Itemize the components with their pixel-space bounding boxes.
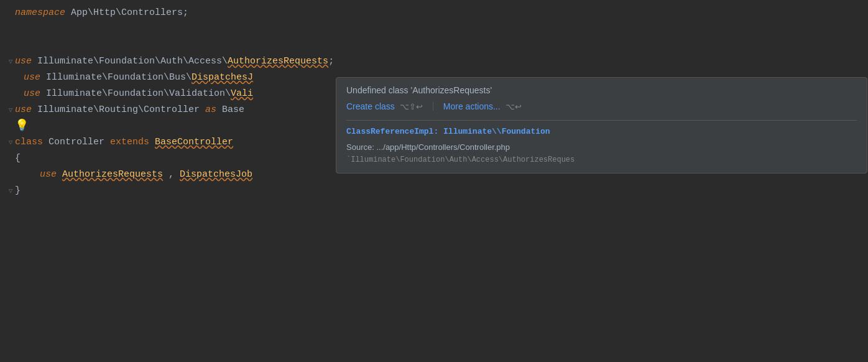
keyword-use-3: use (24, 88, 40, 99)
actions-separator (433, 102, 433, 111)
namespace-path: App\Http\Controllers; (71, 7, 188, 18)
create-class-link[interactable]: Create class (346, 101, 395, 111)
trait-dispatches: DispatchesJob (180, 169, 252, 180)
keyword-namespace: namespace (15, 7, 65, 18)
source-label: Source: (346, 142, 374, 152)
use-path-1: Illuminate\Foundation\Auth\Access\ (37, 56, 228, 67)
code-content-use4: use Illuminate\Routing\Controller as Bas… (15, 102, 244, 118)
fold-icon-4[interactable]: ▽ (6, 102, 15, 118)
code-content-class: class Controller extends BaseController (15, 134, 233, 151)
code-line-use1: ▽ use Illuminate\Foundation\Auth\Access\… (6, 53, 868, 70)
source-path: .../app/Http/Controllers/Controller.php (376, 142, 510, 152)
fold-icon-class[interactable]: ▽ (6, 134, 15, 151)
keyword-as: as (205, 104, 216, 115)
code-content-use3: use Illuminate\Foundation\Validation\Val… (15, 86, 253, 102)
keyword-extends: extends (110, 137, 149, 147)
keyword-use-4: use (15, 104, 32, 115)
class-authorizes: AuthorizesRequests (228, 56, 328, 67)
code-content-traits: use AuthorizesRequests , DispatchesJob (15, 167, 252, 183)
more-actions-shortcut: ⌥↩ (506, 102, 522, 111)
trait-authorizes: AuthorizesRequests (62, 169, 163, 180)
popup-divider (346, 120, 857, 121)
code-content-bulb: 💡 (15, 118, 29, 135)
editor-container: namespace App\Http\Controllers; ▽ use Il… (0, 0, 868, 362)
more-actions-link[interactable]: More actions... (443, 101, 501, 111)
popup-actions: Create class ⌥⇧↩ More actions... ⌥↩ (346, 101, 857, 111)
code-line-close-brace: ▽ } (6, 183, 868, 199)
code-area: namespace App\Http\Controllers; ▽ use Il… (0, 0, 868, 362)
keyword-use: use (15, 56, 32, 67)
use-path-3: Illuminate\Foundation\Validation\ (46, 88, 231, 99)
keyword-use-2: use (24, 72, 40, 83)
lightbulb-icon[interactable]: 💡 (15, 119, 29, 132)
popup-title: Undefined class 'AuthorizesRequests' (346, 85, 857, 95)
code-content: namespace App\Http\Controllers; (15, 5, 188, 21)
create-class-shortcut: ⌥⇧↩ (400, 102, 423, 111)
code-line: namespace App\Http\Controllers; (6, 5, 868, 21)
code-line-empty (6, 21, 868, 37)
code-line-empty2 (6, 37, 868, 53)
code-content-use1: use Illuminate\Foundation\Auth\Access\Au… (15, 53, 334, 70)
close-brace: } (15, 185, 21, 196)
base-controller-class: BaseController (155, 137, 233, 147)
class-ref-text: ClassReferenceImpl: Illuminate\\Foundati… (346, 127, 857, 136)
base-alias: Base (222, 104, 244, 115)
open-brace: { (15, 153, 21, 164)
use-path-2: Illuminate\Foundation\Bus\ (46, 72, 192, 83)
code-content-brace: { (15, 151, 21, 167)
use-routing-path: Illuminate\Routing\Controller (37, 104, 205, 115)
fold-icon-close[interactable]: ▽ (6, 183, 15, 199)
code-content-close-brace: } (15, 183, 21, 199)
popup-source: Source: .../app/Http/Controllers/Control… (346, 142, 857, 152)
class-vali: Vali (231, 88, 253, 99)
comma-traits: , (169, 169, 180, 180)
code-content-use2: use Illuminate\Foundation\Bus\Dispatches… (15, 70, 253, 86)
class-dispatches: DispatchesJ (192, 72, 253, 83)
popup-fullpath: `Illuminate\Foundation\Auth\Access\Autho… (346, 155, 857, 164)
error-popup: Undefined class 'AuthorizesRequests' Cre… (336, 77, 867, 174)
class-controller-name: Controller (48, 137, 110, 147)
fold-icon-1[interactable]: ▽ (6, 53, 15, 70)
keyword-class: class (15, 137, 43, 147)
keyword-use-inner: use (40, 169, 57, 180)
semicolon-1: ; (328, 56, 334, 67)
